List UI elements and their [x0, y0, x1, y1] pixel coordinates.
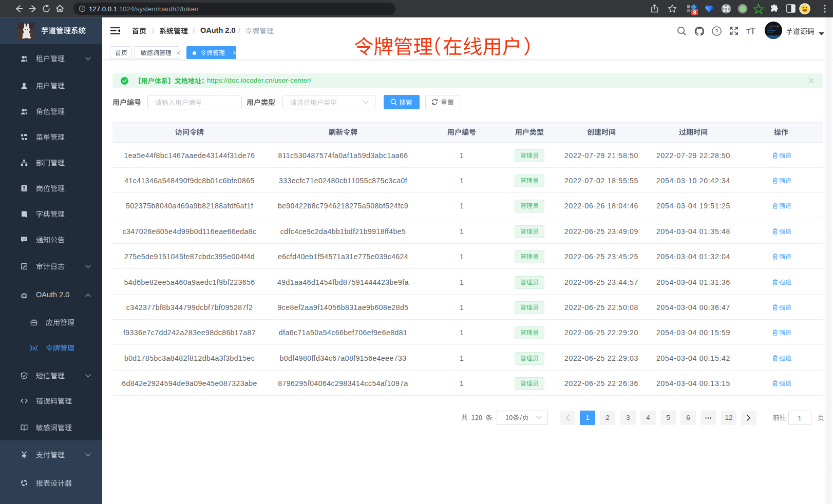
svg-text:?: ? [715, 28, 718, 34]
svg-text:a: a [33, 345, 35, 351]
svg-text:T: T [750, 26, 756, 36]
svg-text:9: 9 [693, 10, 696, 15]
